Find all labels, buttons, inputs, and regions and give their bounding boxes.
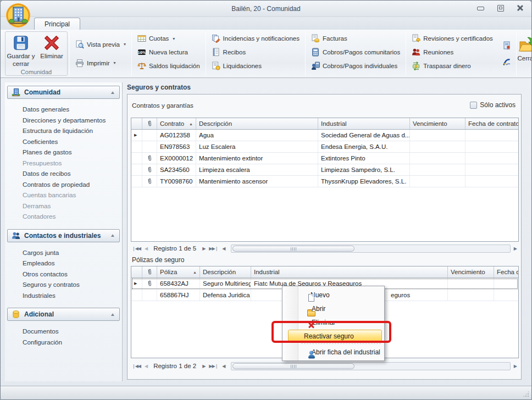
cell-descripcion: Seguro Multiriesgo bbox=[200, 278, 251, 289]
scroll-left-icon[interactable]: ◀ bbox=[220, 246, 227, 251]
first-record-icon[interactable]: ❘◀◀ bbox=[131, 246, 142, 251]
preview-button[interactable]: Vista previa ▾ bbox=[73, 38, 129, 51]
cuotas-button[interactable]: Cuotas ▾ bbox=[135, 32, 203, 45]
record-count: Registro 1 de 2 bbox=[153, 363, 196, 369]
chevron-up-icon[interactable]: ▲ bbox=[110, 233, 115, 238]
header-attachment[interactable] bbox=[142, 118, 157, 129]
cobros-individuales-button[interactable]: Cobros/Pagos individuales bbox=[308, 60, 403, 72]
only-active-checkbox[interactable]: Sólo activos bbox=[470, 101, 516, 109]
last-record-icon[interactable]: ▶▶❘ bbox=[208, 246, 219, 251]
revisiones-bell-icon bbox=[412, 34, 420, 43]
scroll-left-icon[interactable]: ◀ bbox=[220, 364, 227, 369]
nueva-lectura-label: Nueva lectura bbox=[149, 49, 188, 55]
header-fecha[interactable]: Fecha de co bbox=[494, 266, 518, 277]
checkbox-box-icon[interactable] bbox=[470, 102, 477, 109]
cell-fecha bbox=[465, 176, 518, 187]
sidebar-item[interactable]: Estructura de liquidación bbox=[5, 125, 122, 136]
chevron-up-icon[interactable]: ▲ bbox=[110, 90, 115, 95]
print-button[interactable]: Imprimir ▾ bbox=[73, 57, 129, 69]
sidebar-item[interactable]: Configuración bbox=[5, 337, 122, 348]
table-row[interactable]: ▶ EX0000012 Mantenimiento extintor Extin… bbox=[131, 153, 518, 164]
sidebar-group-comunidad[interactable]: Comunidad ▲ bbox=[7, 86, 120, 99]
scroll-right-icon[interactable]: ▶ bbox=[512, 246, 519, 251]
sidebar-item[interactable]: Presupuestos bbox=[5, 158, 122, 169]
chevron-up-icon[interactable]: ▲ bbox=[110, 312, 115, 317]
sidebar-item[interactable]: Documentos bbox=[5, 326, 122, 337]
next-record-icon[interactable]: ▶ bbox=[201, 364, 206, 369]
sidebar-group-adicional[interactable]: Adicional ▲ bbox=[7, 308, 120, 321]
sidebar-item[interactable]: Datos generales bbox=[5, 104, 122, 115]
next-record-icon[interactable]: ▶ bbox=[201, 246, 206, 251]
nueva-lectura-button[interactable]: 10% Nueva lectura bbox=[135, 46, 203, 58]
sidebar-group-adicional-items: DocumentosConfiguración bbox=[5, 324, 122, 353]
menu-item-nuevo[interactable]: Nuevo bbox=[284, 288, 383, 302]
sidebar-item[interactable]: Contadores bbox=[5, 211, 122, 222]
sidebar-item[interactable]: Contratos de propiedad bbox=[5, 179, 122, 190]
menu-item-abrir[interactable]: Abrir bbox=[284, 302, 383, 315]
table-row[interactable]: ▶ AG012358 Agua Sociedad General de Agua… bbox=[131, 130, 518, 141]
menu-item-abrir-ficha-industrial[interactable]: Abrir ficha del industrial bbox=[284, 345, 383, 359]
facturas-button[interactable]: Facturas bbox=[308, 32, 403, 45]
table-row[interactable]: ▶ SA234560 Limpieza escalera Limpiezas S… bbox=[131, 164, 518, 176]
table-row[interactable]: ▶ EN978563 Luz Escalera Endesa Energia, … bbox=[131, 141, 518, 153]
sidebar-item[interactable]: Industriales bbox=[5, 290, 122, 301]
header-industrial[interactable]: Industrial bbox=[318, 118, 410, 129]
header-descripcion[interactable]: Descripción bbox=[196, 118, 318, 129]
menu-item-reactivar-seguro[interactable]: Reactivar seguro bbox=[288, 330, 382, 342]
liquidaciones-button[interactable]: Liquidaciones bbox=[209, 60, 302, 72]
agencia-tributaria-icon[interactable] bbox=[502, 58, 511, 66]
horizontal-scrollbar[interactable] bbox=[231, 362, 511, 370]
sidebar-item[interactable]: Coeficientes bbox=[5, 136, 122, 147]
first-record-icon[interactable]: ❘◀◀ bbox=[131, 364, 142, 369]
header-vencimiento[interactable]: Vencimiento bbox=[448, 266, 494, 277]
sidebar-item[interactable]: Seguros y contratos bbox=[5, 279, 122, 290]
scroll-right-icon[interactable]: ▶ bbox=[512, 364, 519, 369]
saldos-liquidacion-label: Saldos liquidación bbox=[149, 63, 200, 69]
maximize-icon[interactable] bbox=[496, 4, 504, 11]
header-vencimiento[interactable]: Vencimiento bbox=[410, 118, 465, 129]
header-industrial[interactable]: Industrial bbox=[251, 266, 448, 277]
prev-record-icon[interactable]: ◀ bbox=[143, 246, 148, 251]
scrollbar-thumb[interactable] bbox=[232, 246, 354, 252]
saldos-liquidacion-button[interactable]: Saldos liquidación bbox=[135, 60, 203, 72]
reuniones-button[interactable]: Reuniones bbox=[409, 46, 496, 58]
sidebar-item[interactable]: Direcciones y departamentos bbox=[5, 115, 122, 126]
header-attachment[interactable] bbox=[142, 266, 157, 277]
header-poliza[interactable]: Póliza▲ bbox=[157, 266, 200, 277]
header-descripcion[interactable]: Descripción bbox=[200, 266, 251, 277]
delete-button[interactable]: Eliminar bbox=[36, 32, 67, 68]
certificate-icon[interactable] bbox=[502, 41, 511, 50]
incidencias-button[interactable]: Incidencias y notificaciones bbox=[209, 32, 302, 45]
sidebar-item[interactable]: Cuentas bancarias bbox=[5, 190, 122, 201]
sidebar-item[interactable]: Planes de gastos bbox=[5, 147, 122, 158]
resize-grip[interactable] bbox=[523, 391, 529, 397]
cobros-comunitarios-button[interactable]: Cobros/Pagos comunitarios bbox=[308, 46, 403, 58]
sidebar-item[interactable]: Cargos junta bbox=[5, 247, 122, 258]
chevron-down-icon: ▾ bbox=[124, 42, 126, 47]
header-fecha[interactable]: Fecha de contrato bbox=[465, 118, 518, 129]
recibos-button[interactable]: Recibos bbox=[209, 46, 302, 58]
traspasar-dinero-button[interactable]: Traspasar dinero bbox=[409, 60, 496, 72]
scrollbar-thumb[interactable] bbox=[232, 363, 354, 369]
table-row[interactable]: ▶ TY0098760 Mantenimiento ascensor Thyss… bbox=[131, 176, 518, 187]
minimize-icon[interactable] bbox=[476, 4, 484, 11]
new-document-icon bbox=[308, 294, 314, 302]
header-selector bbox=[131, 266, 142, 277]
sidebar-group-contactos[interactable]: Contactos e industriales ▲ bbox=[7, 229, 120, 242]
save-and-close-button[interactable]: Guardar y cerrar bbox=[5, 32, 36, 68]
preview-label: Vista previa bbox=[87, 41, 120, 48]
sidebar-item[interactable]: Empleados bbox=[5, 258, 122, 269]
sidebar-item[interactable]: Datos de recibos bbox=[5, 168, 122, 179]
sidebar-item[interactable]: Derramas bbox=[5, 201, 122, 212]
revisiones-button[interactable]: Revisiones y certificados bbox=[409, 32, 496, 45]
last-record-icon[interactable]: ▶▶❘ bbox=[208, 364, 219, 369]
prev-record-icon[interactable]: ◀ bbox=[143, 364, 148, 369]
header-contrato[interactable]: Contrato▲ bbox=[157, 118, 196, 129]
horizontal-scrollbar[interactable] bbox=[231, 245, 511, 253]
menu-item-eliminar[interactable]: Eliminar bbox=[284, 315, 383, 329]
tab-principal[interactable]: Principal bbox=[34, 18, 80, 30]
cerrar-button[interactable]: Cerrar bbox=[517, 31, 532, 76]
app-logo-icon[interactable] bbox=[5, 3, 31, 28]
close-icon[interactable] bbox=[516, 4, 524, 11]
sidebar-item[interactable]: Otros contactos bbox=[5, 269, 122, 280]
